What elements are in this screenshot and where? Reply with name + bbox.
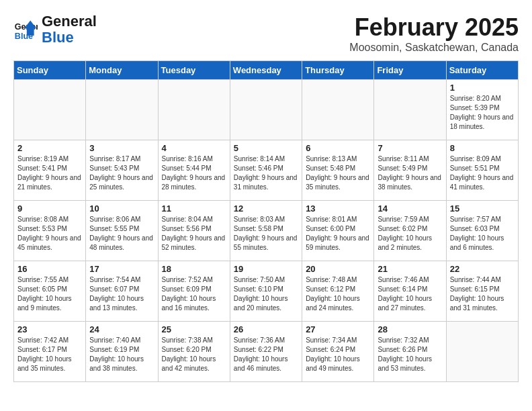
calendar-cell: 24Sunrise: 7:40 AM Sunset: 6:19 PM Dayli… <box>86 322 158 382</box>
title-area: February 2025 Moosomin, Saskatchewan, Ca… <box>349 13 519 54</box>
day-number: 25 <box>162 324 226 334</box>
day-number: 19 <box>234 264 298 274</box>
header-cell-thursday: Thursday <box>302 61 374 80</box>
day-info: Sunrise: 7:52 AM Sunset: 6:09 PM Dayligh… <box>162 275 226 313</box>
calendar-cell: 2Sunrise: 8:19 AM Sunset: 5:41 PM Daylig… <box>14 140 86 201</box>
calendar-cell: 11Sunrise: 8:04 AM Sunset: 5:56 PM Dayli… <box>158 201 230 261</box>
day-number: 16 <box>17 264 82 274</box>
day-number: 4 <box>162 143 226 153</box>
day-number: 10 <box>89 203 154 214</box>
calendar-cell: 13Sunrise: 8:01 AM Sunset: 6:00 PM Dayli… <box>302 201 374 261</box>
calendar-cell: 28Sunrise: 7:32 AM Sunset: 6:26 PM Dayli… <box>374 322 446 382</box>
day-number: 6 <box>306 143 370 153</box>
day-number: 13 <box>306 203 370 214</box>
day-info: Sunrise: 7:46 AM Sunset: 6:14 PM Dayligh… <box>378 275 442 313</box>
day-info: Sunrise: 8:16 AM Sunset: 5:44 PM Dayligh… <box>162 154 226 192</box>
day-number: 21 <box>378 264 442 274</box>
day-info: Sunrise: 8:14 AM Sunset: 5:46 PM Dayligh… <box>234 154 298 192</box>
day-number: 8 <box>450 143 515 153</box>
calendar-cell <box>446 322 518 382</box>
calendar-cell: 1Sunrise: 8:20 AM Sunset: 5:39 PM Daylig… <box>446 80 518 140</box>
week-row-2: 2Sunrise: 8:19 AM Sunset: 5:41 PM Daylig… <box>14 140 519 201</box>
calendar-cell: 22Sunrise: 7:44 AM Sunset: 6:15 PM Dayli… <box>446 261 518 322</box>
day-number: 17 <box>89 264 154 274</box>
day-info: Sunrise: 8:08 AM Sunset: 5:53 PM Dayligh… <box>17 215 82 253</box>
header-row: SundayMondayTuesdayWednesdayThursdayFrid… <box>14 61 519 80</box>
calendar-cell <box>158 80 230 140</box>
day-info: Sunrise: 8:17 AM Sunset: 5:43 PM Dayligh… <box>89 154 154 192</box>
calendar-cell: 26Sunrise: 7:36 AM Sunset: 6:22 PM Dayli… <box>230 322 302 382</box>
day-number: 7 <box>378 143 442 153</box>
day-info: Sunrise: 7:36 AM Sunset: 6:22 PM Dayligh… <box>234 336 298 373</box>
logo: General Blue General Blue <box>13 13 97 46</box>
calendar-cell: 14Sunrise: 7:59 AM Sunset: 6:02 PM Dayli… <box>374 201 446 261</box>
calendar-cell <box>374 80 446 140</box>
day-number: 22 <box>450 264 515 274</box>
header-cell-monday: Monday <box>86 61 158 80</box>
calendar-cell: 15Sunrise: 7:57 AM Sunset: 6:03 PM Dayli… <box>446 201 518 261</box>
calendar-cell <box>302 80 374 140</box>
day-number: 28 <box>378 324 442 334</box>
calendar-cell: 21Sunrise: 7:46 AM Sunset: 6:14 PM Dayli… <box>374 261 446 322</box>
day-info: Sunrise: 7:34 AM Sunset: 6:24 PM Dayligh… <box>306 336 370 373</box>
day-number: 24 <box>89 324 154 334</box>
day-info: Sunrise: 8:06 AM Sunset: 5:55 PM Dayligh… <box>89 215 154 253</box>
logo-blue-text: Blue <box>42 29 74 46</box>
header-cell-tuesday: Tuesday <box>158 61 230 80</box>
week-row-5: 23Sunrise: 7:42 AM Sunset: 6:17 PM Dayli… <box>14 322 519 382</box>
day-info: Sunrise: 7:32 AM Sunset: 6:26 PM Dayligh… <box>378 336 442 373</box>
calendar-body: 1Sunrise: 8:20 AM Sunset: 5:39 PM Daylig… <box>14 80 519 382</box>
week-row-4: 16Sunrise: 7:55 AM Sunset: 6:05 PM Dayli… <box>14 261 519 322</box>
day-number: 3 <box>89 143 154 153</box>
day-info: Sunrise: 8:09 AM Sunset: 5:51 PM Dayligh… <box>450 154 515 192</box>
day-info: Sunrise: 7:55 AM Sunset: 6:05 PM Dayligh… <box>17 275 82 313</box>
calendar-cell: 19Sunrise: 7:50 AM Sunset: 6:10 PM Dayli… <box>230 261 302 322</box>
header-cell-sunday: Sunday <box>14 61 86 80</box>
day-number: 1 <box>450 83 515 93</box>
day-info: Sunrise: 8:03 AM Sunset: 5:58 PM Dayligh… <box>234 215 298 253</box>
day-info: Sunrise: 8:11 AM Sunset: 5:49 PM Dayligh… <box>378 154 442 192</box>
day-number: 23 <box>17 324 82 334</box>
day-info: Sunrise: 7:57 AM Sunset: 6:03 PM Dayligh… <box>450 215 515 253</box>
day-info: Sunrise: 8:04 AM Sunset: 5:56 PM Dayligh… <box>162 215 226 253</box>
day-info: Sunrise: 8:01 AM Sunset: 6:00 PM Dayligh… <box>306 215 370 253</box>
calendar-cell: 3Sunrise: 8:17 AM Sunset: 5:43 PM Daylig… <box>86 140 158 201</box>
day-number: 20 <box>306 264 370 274</box>
logo-icon: General Blue <box>13 17 38 42</box>
calendar-cell: 4Sunrise: 8:16 AM Sunset: 5:44 PM Daylig… <box>158 140 230 201</box>
calendar-cell: 9Sunrise: 8:08 AM Sunset: 5:53 PM Daylig… <box>14 201 86 261</box>
logo-general-text: General <box>42 13 97 30</box>
header: General Blue General Blue February 2025 … <box>13 13 519 54</box>
location-subtitle: Moosomin, Saskatchewan, Canada <box>349 42 519 54</box>
week-row-1: 1Sunrise: 8:20 AM Sunset: 5:39 PM Daylig… <box>14 80 519 140</box>
calendar-cell: 12Sunrise: 8:03 AM Sunset: 5:58 PM Dayli… <box>230 201 302 261</box>
header-cell-friday: Friday <box>374 61 446 80</box>
day-info: Sunrise: 7:38 AM Sunset: 6:20 PM Dayligh… <box>162 336 226 373</box>
day-number: 15 <box>450 203 515 214</box>
calendar-cell: 23Sunrise: 7:42 AM Sunset: 6:17 PM Dayli… <box>14 322 86 382</box>
day-number: 9 <box>17 203 82 214</box>
calendar-cell <box>230 80 302 140</box>
calendar-cell: 10Sunrise: 8:06 AM Sunset: 5:55 PM Dayli… <box>86 201 158 261</box>
calendar-cell: 6Sunrise: 8:13 AM Sunset: 5:48 PM Daylig… <box>302 140 374 201</box>
day-number: 26 <box>234 324 298 334</box>
day-number: 14 <box>378 203 442 214</box>
day-number: 12 <box>234 203 298 214</box>
day-info: Sunrise: 7:54 AM Sunset: 6:07 PM Dayligh… <box>89 275 154 313</box>
calendar-cell: 5Sunrise: 8:14 AM Sunset: 5:46 PM Daylig… <box>230 140 302 201</box>
logo-text: General Blue <box>42 13 97 46</box>
calendar-cell <box>14 80 86 140</box>
week-row-3: 9Sunrise: 8:08 AM Sunset: 5:53 PM Daylig… <box>14 201 519 261</box>
header-cell-wednesday: Wednesday <box>230 61 302 80</box>
calendar-table: SundayMondayTuesdayWednesdayThursdayFrid… <box>13 60 519 382</box>
day-info: Sunrise: 7:50 AM Sunset: 6:10 PM Dayligh… <box>234 275 298 313</box>
day-info: Sunrise: 7:48 AM Sunset: 6:12 PM Dayligh… <box>306 275 370 313</box>
day-number: 27 <box>306 324 370 334</box>
day-info: Sunrise: 7:40 AM Sunset: 6:19 PM Dayligh… <box>89 336 154 373</box>
calendar-cell: 8Sunrise: 8:09 AM Sunset: 5:51 PM Daylig… <box>446 140 518 201</box>
day-info: Sunrise: 7:44 AM Sunset: 6:15 PM Dayligh… <box>450 275 515 313</box>
calendar-cell <box>86 80 158 140</box>
calendar-cell: 25Sunrise: 7:38 AM Sunset: 6:20 PM Dayli… <box>158 322 230 382</box>
calendar-cell: 27Sunrise: 7:34 AM Sunset: 6:24 PM Dayli… <box>302 322 374 382</box>
day-number: 5 <box>234 143 298 153</box>
